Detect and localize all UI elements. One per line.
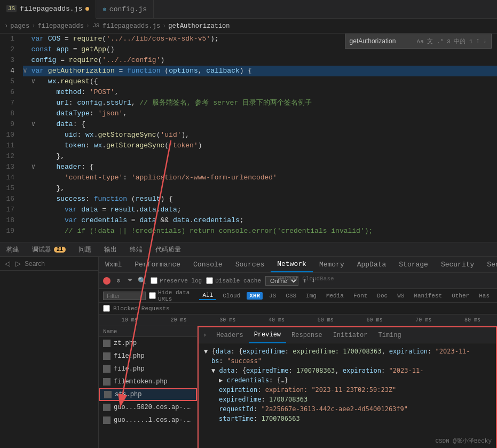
breadcrumb-file-icon: JS [92,23,100,29]
tab-console[interactable]: Console [187,257,229,272]
tab-performance[interactable]: Performance [128,257,187,272]
tab-issues[interactable]: 问题 [72,242,98,257]
stop-button[interactable]: ⊘ [115,277,122,285]
search-prev-icon[interactable]: ↑ [476,37,480,45]
tab-debugger[interactable]: 调试器 21 [26,242,72,257]
tab-sources[interactable]: Sources [229,257,271,272]
rp-tab-headers[interactable]: Headers [211,327,248,343]
file-icon [103,378,111,386]
debugger-badge: 21 [54,247,66,253]
code-editor: 1234 56789 1011121314 1516171819 var COS… [0,34,497,242]
tab-memory[interactable]: Memory [313,257,351,272]
tab-network[interactable]: Network [271,257,313,272]
code-content: var COS = require('../../lib/cos-wx-sdk-… [19,34,497,242]
breadcrumb-filepageadds[interactable]: filepageadds [37,22,83,30]
filter-tag-js[interactable]: JS [266,292,279,300]
filter-funnel-icon[interactable]: ⏷ [127,277,133,285]
list-item-selected[interactable]: sts.php [99,388,197,401]
filter-tag-all[interactable]: All [199,292,216,300]
search-next-icon[interactable]: ↓ [483,37,487,45]
rp-tab-timing[interactable]: Timing [373,327,406,343]
config-file-icon: ⚙ [102,6,106,13]
tab-config-label: config.js [109,5,147,13]
tab-codequality[interactable]: 代码质量 [149,242,187,257]
sidebar-arrow-right[interactable]: ▷ [14,259,22,268]
sidebar-search-input[interactable] [25,260,105,268]
tl-30ms: 30 ms [203,317,253,323]
line-numbers: 1234 56789 1011121314 1516171819 [0,34,19,242]
list-item[interactable]: guo......l.cos.ap-...jing.myqcloud.com [99,414,197,427]
filter-bar: Hide data URLs All Cloud XHR JS CSS Img … [99,289,497,303]
file-icon [103,365,111,373]
devtools-area: ◁ ▷ ↻ ✕ Wxml Performance Console Sources… [0,257,497,448]
json-line-4: ▶ credentials: {…} [204,375,491,385]
filter-tag-img[interactable]: Img [303,292,320,300]
filter-tag-doc[interactable]: Doc [374,292,391,300]
hide-data-urls-label[interactable]: Hide data URLs [149,289,196,302]
tab-output[interactable]: 输出 [98,242,123,257]
preserve-log-label[interactable]: Preserve log [151,277,202,284]
filter-tag-has[interactable]: Has [476,292,493,300]
upload-icon[interactable]: ⬆ [303,277,307,285]
preserve-log-checkbox[interactable] [151,277,157,284]
filter-tag-xhr[interactable]: XHR [247,292,263,300]
throttle-select[interactable]: Online [265,276,298,286]
tab-wxml[interactable]: Wxml [99,257,128,272]
tab-filepageadds-label: filepageadds.js [20,5,82,13]
file-name: file.php [114,352,193,360]
record-button[interactable] [103,277,111,285]
tab-security[interactable]: Security [435,257,480,272]
list-item[interactable]: file.php [99,350,197,363]
tab-filepageadds[interactable]: JS filepageadds.js [0,0,96,19]
filter-tag-cloud[interactable]: Cloud [219,292,243,300]
filter-tag-font[interactable]: Font [350,292,370,300]
rp-tab-initiator[interactable]: Initiator [328,327,373,343]
breadcrumb-filename[interactable]: filepageadds.js [102,22,160,30]
file-name: file.php [114,365,193,373]
hide-data-urls-checkbox[interactable] [149,292,156,299]
search-icon[interactable]: 🔍 [138,277,146,285]
rp-tab-preview[interactable]: Preview [249,327,286,343]
tab-appdata[interactable]: AppData [351,257,393,272]
list-item[interactable]: guo...5020.cos.ap-...jing.myqcloud.com [99,401,197,414]
disable-cache-checkbox[interactable] [206,277,213,284]
file-icon [103,340,111,347]
breadcrumb-arrow: › [4,22,8,30]
search-input[interactable] [350,37,414,45]
list-item[interactable]: zt.php [99,337,197,350]
network-tab-bar: Wxml Performance Console Sources Network… [99,257,497,273]
tab-build[interactable]: 构建 [0,242,26,257]
list-item[interactable]: file.php [99,363,197,375]
collapse-icon[interactable]: › [203,332,207,339]
json-line-1: ▼ {data: {expiredTime: expiredTime: 1700… [204,347,491,356]
filter-tag-media[interactable]: Media [323,292,347,300]
file-name: zt.php [114,340,193,347]
filter-tag-other[interactable]: Other [448,292,472,300]
network-file-list: Name zt.php file.php file.php filemtoken… [99,326,198,448]
network-main: Name zt.php file.php file.php filemtoken… [99,326,497,448]
breadcrumb-function[interactable]: getAuthorization [168,22,230,30]
tab-storage[interactable]: Storage [392,257,435,272]
blocked-requests-checkbox[interactable] [103,305,110,312]
sidebar-content [0,271,98,448]
file-name: sts.php [115,391,192,398]
filter-tag-ws[interactable]: WS [394,292,407,300]
tab-sensor[interactable]: Sensor [480,257,497,272]
disable-cache-label[interactable]: Disable cache [206,277,261,284]
filter-input[interactable] [103,292,146,300]
filter-tag-manifest[interactable]: Manifest [411,292,445,300]
sidebar-arrow-left[interactable]: ◁ [3,259,12,268]
response-preview-content: ▼ {data: {expiredTime: expiredTime: 1700… [199,343,496,448]
breadcrumb-pages[interactable]: pages [10,22,29,30]
sidebar-search-bar: ◁ ▷ ↻ ✕ [0,257,98,271]
download-icon[interactable]: ⬇ [311,277,315,285]
devtools-tab-bar: 构建 调试器 21 问题 输出 终端 代码质量 [0,242,497,257]
tl-80ms: 80 ms [448,317,497,323]
rp-tab-response[interactable]: Response [286,327,328,343]
tab-terminal[interactable]: 终端 [123,242,149,257]
search-options: Aa 文 .* [417,37,444,45]
tab-config[interactable]: ⚙ config.js [96,0,154,19]
list-item[interactable]: filemtoken.php [99,375,197,388]
filter-tag-css[interactable]: CSS [282,292,299,300]
response-tab-bar: › Headers Preview Response Initiator Tim… [199,327,496,343]
